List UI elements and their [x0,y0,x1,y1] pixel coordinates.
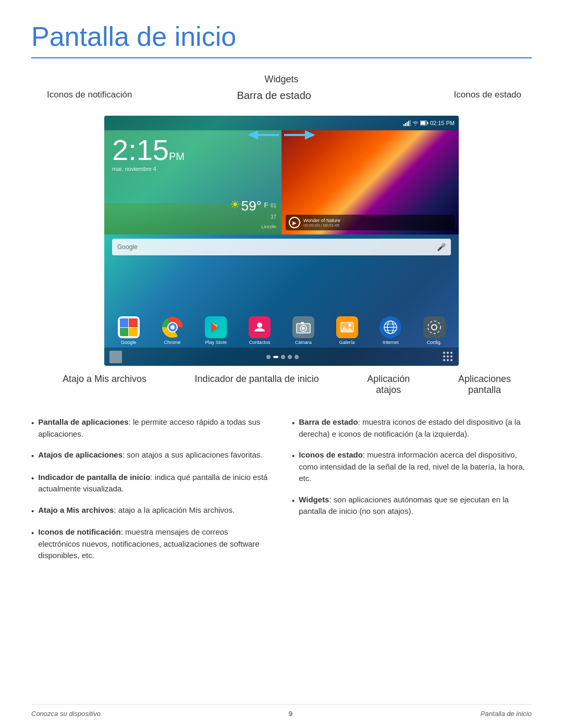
search-bar[interactable]: Google 🎤 [112,239,451,255]
app-icon-settings[interactable]: Config. [423,316,445,345]
weather-widget: ☀ 59° F 6137 Lincoln [230,198,276,229]
bullet-text-2: Atajos de aplicaciones: son atajos a sus… [38,449,262,462]
bullet-dot-8: • [292,495,295,517]
status-bar-arrows [248,130,315,140]
footer-page-number: 9 [289,710,292,718]
svg-point-19 [302,327,305,330]
settings-icon-svg [427,320,441,334]
bullet-text-7: Iconos de estado: muestra información ac… [299,449,532,485]
svg-rect-7 [421,121,425,125]
right-arrow [284,130,315,140]
svg-marker-11 [305,130,315,140]
bullet-text-6: Barra de estado: muestra iconos de estad… [299,416,532,440]
battery-icon [420,120,429,126]
phone-wrapper: 02:15 PM [104,116,459,366]
app-icon-internet[interactable]: Internet [380,316,401,345]
bullet-dot-1: • [31,417,34,440]
app-icon-contacts[interactable]: Contactos [249,316,271,345]
bullet-widgets: • Widgets: son aplicaciones autónomas qu… [292,494,532,517]
mic-icon[interactable]: 🎤 [437,243,446,251]
bullet-dot-2: • [31,450,34,462]
bullet-barra-estado: • Barra de estado: muestra iconos de est… [292,416,532,440]
bullet-atajos-apps: • Atajos de aplicaciones: son atajos a s… [31,449,271,462]
camera-label: Cámara [295,340,312,345]
dock-files-icon [109,351,122,363]
app-icon-chrome[interactable]: Chrome [162,316,183,345]
bullet-text-4: Atajo a Mis archivos: atajo a la aplicac… [38,504,235,517]
label-files: Atajo a Mis archivos [63,374,146,396]
page-footer: Conozca su dispositivo 9 Pantalla de ini… [31,704,532,718]
svg-rect-0 [403,124,405,126]
contacts-label: Contactos [249,340,271,345]
svg-rect-10 [284,134,305,136]
svg-point-30 [428,321,440,334]
nav-dot-3 [288,355,292,359]
title-divider [31,57,532,58]
top-label-row: Widgets Iconos de notificación Barra de … [31,74,532,116]
label-widgets: Widgets [264,74,298,85]
internet-icon-svg [383,320,398,335]
google-label: Google [121,340,136,345]
app-icons-row: Google [104,311,459,348]
status-time: 02:15 PM [430,120,455,126]
playstore-icon-svg [210,321,222,334]
weather-unit: F [264,201,268,208]
middle-area [104,260,459,301]
svg-rect-6 [427,122,428,124]
internet-label: Internet [383,340,399,345]
bullets-left: • Pantalla de aplicaciones: le permite a… [31,416,271,571]
nav-dot-4 [295,355,299,359]
svg-point-29 [432,325,437,330]
label-indicator: Indicador de pantalla de inicio [195,374,319,396]
app-icon-camera[interactable]: Cámara [292,316,314,345]
nav-dot-2 [281,355,285,359]
clock-time: 2:15PM [112,135,274,165]
video-time: 00:00:00 / 00:01:45 [303,223,340,228]
bullet-iconos-estado: • Iconos de estado: muestra información … [292,449,532,485]
svg-point-15 [170,325,175,329]
phone-screen: 02:15 PM [104,116,459,366]
video-play-button[interactable]: ▶ [289,217,300,228]
dock-nav-dots [266,355,299,359]
dock-apps-grid-icon[interactable] [443,352,454,362]
bullet-dot-6: • [292,417,295,440]
chrome-icon-svg [162,316,183,338]
bullet-dot-4: • [31,505,34,517]
label-apps-screen: Aplicacionespantalla [458,374,511,396]
label-barra-estado: Barra de estado [237,90,311,102]
bullet-pantalla-apps: • Pantalla de aplicaciones: le permite a… [31,416,271,440]
nav-dot-1 [266,355,271,359]
clock-date: mar, noviembre 4 [112,166,274,172]
label-apps-shortcut: Aplicaciónatajos [367,374,410,396]
left-arrow [248,130,279,140]
bullet-atajo-archivos: • Atajo a Mis archivos: atajo a la aplic… [31,504,271,517]
app-icon-playstore[interactable]: Play Store [205,316,227,345]
bullet-text-8: Widgets: son aplicaciones autónomas que … [299,494,532,517]
weather-location: Lincoln [230,224,276,229]
bullet-text-3: Indicador de pantalla de inicio: indica … [38,472,271,495]
bullets-right: • Barra de estado: muestra iconos de est… [292,416,532,571]
bullet-indicador: • Indicador de pantalla de inicio: indic… [31,472,271,495]
svg-rect-1 [405,123,406,126]
app-icon-gallery[interactable]: Galería [336,316,358,345]
video-info: ▶ Wonder of Nature 00:00:00 / 00:01:45 [286,215,455,230]
svg-point-23 [348,324,351,327]
widget-clock: 2:15PM mar, noviembre 4 ☀ 59° F 6137 [104,130,282,235]
app-icon-google[interactable]: Google [118,316,140,345]
settings-label: Config. [427,340,442,345]
svg-rect-2 [407,122,408,126]
page-title: Pantalla de inicio [31,21,532,52]
bullet-text-1: Pantalla de aplicaciones: le permite acc… [38,416,271,440]
signal-icon [403,120,411,126]
camera-icon-svg [296,321,311,334]
bullet-text-5: Iconos de notificación: muestra mensajes… [38,526,271,562]
bottom-dock [104,348,459,366]
status-bar: 02:15 PM [104,116,459,130]
video-title: Wonder of Nature [303,218,340,223]
label-iconos-estado: Iconos de estado [454,90,521,100]
svg-rect-3 [408,121,409,126]
bullets-section: • Pantalla de aplicaciones: le permite a… [31,416,532,571]
nav-dot-active [273,356,278,358]
bullet-dot-5: • [31,527,34,562]
svg-marker-8 [248,130,258,140]
